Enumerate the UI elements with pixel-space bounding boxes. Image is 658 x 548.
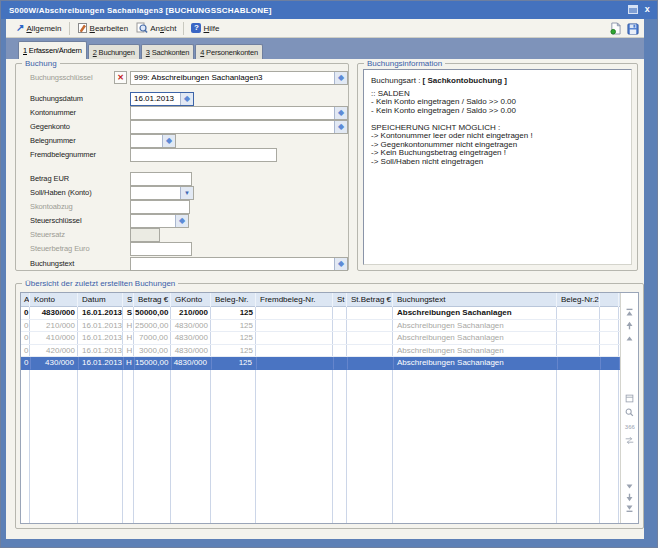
grid-header-Beleg-Nr.[interactable]: Beleg-Nr. xyxy=(212,293,256,307)
grid-cell: 420/000 xyxy=(31,345,79,358)
group-buchung-label: Buchung xyxy=(22,59,60,68)
save-icon[interactable] xyxy=(627,23,639,35)
grid-row-1[interactable]: 04830/00016.01.2013S50000,00210/000125Ab… xyxy=(21,307,620,320)
tab-erfassen-ändern[interactable]: 1 Erfassen/Ändern xyxy=(18,41,87,59)
grid-cell: 125 xyxy=(212,320,257,333)
field-fremdbelegnummer[interactable] xyxy=(130,148,277,162)
grid-cell xyxy=(558,345,601,358)
grid-header-Beleg-Nr.2[interactable]: Beleg-Nr.2 xyxy=(558,293,600,307)
grid-cell xyxy=(348,357,394,370)
grid-cell: 210/000 xyxy=(172,307,212,320)
grid-cell: Abschreibungen Sachanlagen xyxy=(394,357,558,370)
field-soll-haben[interactable]: ▼ xyxy=(130,186,194,200)
spin-button[interactable]: ◆ xyxy=(175,215,188,227)
group-uebersicht-label: Übersicht der zuletzt erstellten Buchung… xyxy=(22,279,178,288)
grid-cell: 50000,00 xyxy=(135,307,172,320)
field-kontonummer[interactable]: ◆ xyxy=(130,106,348,120)
field-buchungsschluessel[interactable]: 999: Abschreibungen Sachanlagen3◆ xyxy=(130,71,348,85)
grid-row-5[interactable]: 0430/00016.01.2013H15000,004830/000125Ab… xyxy=(21,357,620,370)
field-buchungsdatum[interactable]: 16.01.2013◆ xyxy=(130,92,194,106)
grid-header-Datum[interactable]: Datum xyxy=(79,293,123,307)
grid-row-3[interactable]: 0410/00016.01.2013H7000,004830/000125Abs… xyxy=(21,332,620,345)
spin-button[interactable]: ◆ xyxy=(334,121,347,133)
scroll-down-icon[interactable] xyxy=(624,481,635,492)
magnifier-icon xyxy=(136,22,148,34)
field-belegnummer[interactable]: ◆ xyxy=(130,134,176,148)
grid-header-Buchungstext[interactable]: Buchungstext xyxy=(394,293,557,307)
menu-item-bearbeiten[interactable]: Bearbeiten xyxy=(73,20,133,37)
grid-cell: 15000,00 xyxy=(135,357,172,370)
grid-cell: 0 xyxy=(21,345,31,358)
grid-cell xyxy=(334,345,348,358)
field-steuersatz[interactable] xyxy=(130,228,160,242)
field-betrag-eur[interactable] xyxy=(130,172,192,186)
grid-header-Konto[interactable]: Konto xyxy=(31,293,78,307)
menu-item-label: Ansicht xyxy=(150,24,176,33)
scroll-top-icon[interactable] xyxy=(624,307,635,318)
view-icon[interactable] xyxy=(624,393,635,404)
spin-button[interactable]: ◆ xyxy=(162,135,175,147)
grid-header-A[interactable]: A xyxy=(21,293,30,307)
grid-cell xyxy=(334,332,348,345)
scroll-pageup-icon[interactable] xyxy=(624,320,635,331)
tab-personenkonten[interactable]: 4 Personenkonten xyxy=(195,44,263,59)
content-area: Buchung Buchungsschlüssel✕999: Abschreib… xyxy=(6,59,644,539)
menu-item-ansicht[interactable]: Ansicht xyxy=(132,20,180,37)
label-soll-haben: Soll/Haben (Konto) xyxy=(30,186,92,200)
label-buchungsschluessel: Buchungsschlüssel xyxy=(30,71,93,85)
grid-header-GKonto[interactable]: GKonto xyxy=(172,293,211,307)
grid-row-2[interactable]: 0210/00016.01.2013H25000,004830/000125Ab… xyxy=(21,320,620,333)
scroll-up-icon[interactable] xyxy=(624,333,635,344)
grid-cell xyxy=(348,320,394,333)
label-fremdbelegnummer: Fremdbelegnummer xyxy=(30,148,96,162)
grid-row-4[interactable]: 0420/00016.01.2013H3000,004830/000125Abs… xyxy=(21,345,620,358)
label-steuerbetrag-euro: Steuerbetrag Euro xyxy=(30,242,90,256)
spin-button[interactable]: ◆ xyxy=(180,93,193,105)
spin-button[interactable]: ◆ xyxy=(334,72,347,84)
grid-nav-gutter: 366 xyxy=(620,293,638,523)
grid-cell: 410/000 xyxy=(31,332,79,345)
search-icon[interactable] xyxy=(624,407,635,418)
sort-icon[interactable] xyxy=(624,435,635,446)
grid-cell: H xyxy=(124,345,135,358)
group-info-label: Buchungsinformation xyxy=(364,59,445,68)
edit-page-icon xyxy=(77,22,88,34)
grid-cell xyxy=(601,357,620,370)
grid-header-S[interactable]: S xyxy=(124,293,134,307)
restore-button[interactable] xyxy=(628,5,638,14)
field-steuerschluessel[interactable]: ◆ xyxy=(130,214,189,228)
spin-button[interactable]: ◆ xyxy=(334,107,347,119)
label-buchungstext: Buchungstext xyxy=(30,257,74,271)
grid-cell: Abschreibungen Sachanlagen xyxy=(394,307,558,320)
grid-header-Betrag €[interactable]: Betrag € xyxy=(135,293,171,307)
grid-header-blank[interactable] xyxy=(601,293,619,307)
label-buchungsdatum: Buchungsdatum xyxy=(30,92,83,106)
field-gegenkonto[interactable]: ◆ xyxy=(130,120,348,134)
dropdown-button[interactable]: ▼ xyxy=(180,187,193,199)
buchungen-grid: AKontoDatumSBetrag €GKontoBeleg-Nr.Fremd… xyxy=(20,292,639,524)
grid-header-Fremdbeleg-Nr.[interactable]: Fremdbeleg-Nr. xyxy=(257,293,333,307)
tab-strip: 1 Erfassen/Ändern2 Buchungen3 Sachkonten… xyxy=(6,38,644,59)
scroll-bottom-icon[interactable] xyxy=(624,503,635,514)
spin-button[interactable]: ◆ xyxy=(334,258,347,270)
grid-header-St.Betrag €[interactable]: St.Betrag € xyxy=(348,293,393,307)
new-document-icon[interactable] xyxy=(610,22,621,35)
title-bar[interactable]: S000W/Abschreibungen Sachanlagen3 [BUCHU… xyxy=(1,1,657,19)
grid-header-St[interactable]: St xyxy=(334,293,347,307)
calendar-icon[interactable]: 366 xyxy=(624,421,635,432)
menu-item-hilfe[interactable]: ?Hilfe xyxy=(187,20,223,37)
tab-buchungen[interactable]: 2 Buchungen xyxy=(88,44,140,59)
scroll-pagedown-icon[interactable] xyxy=(624,492,635,503)
grid-cell: 4830/000 xyxy=(172,345,212,358)
field-buchungsschluessel-value: 999: Abschreibungen Sachanlagen3 xyxy=(134,72,333,84)
clear-buchungsschluessel-button[interactable]: ✕ xyxy=(114,71,127,84)
field-steuerbetrag-euro[interactable] xyxy=(130,242,192,256)
menu-item-allgemein[interactable]: ↗Allgemein xyxy=(12,20,66,37)
field-buchungstext[interactable]: ◆ xyxy=(130,257,348,271)
grid-cell: 4830/000 xyxy=(31,307,79,320)
grid-cell xyxy=(334,320,348,333)
close-button[interactable]: x xyxy=(645,5,650,14)
tab-sachkonten[interactable]: 3 Sachkonten xyxy=(141,44,194,59)
grid-header: AKontoDatumSBetrag €GKontoBeleg-Nr.Fremd… xyxy=(21,293,620,307)
field-skontoabzug[interactable] xyxy=(130,200,190,214)
